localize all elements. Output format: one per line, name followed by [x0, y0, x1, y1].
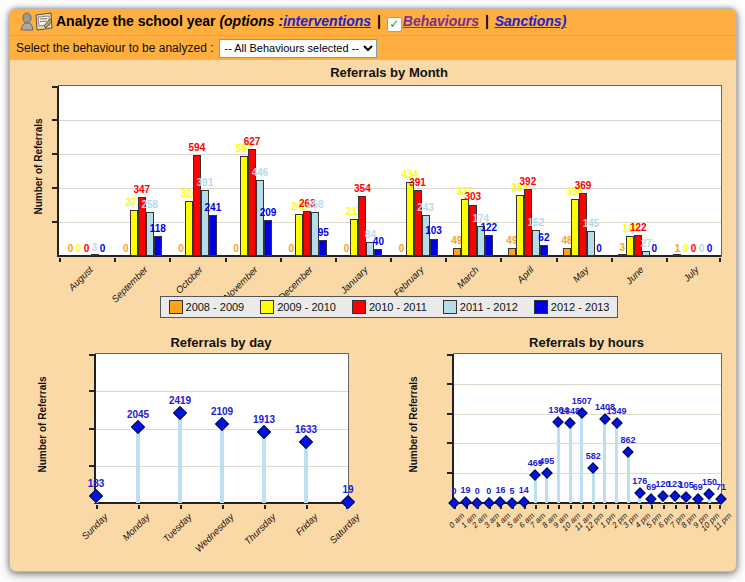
legend-label: 2008 - 2009	[186, 301, 245, 313]
data-point	[483, 497, 494, 508]
x-tick	[180, 505, 182, 509]
lollipop-stem	[136, 427, 140, 503]
x-tick	[390, 258, 392, 262]
point-value-label: 19	[328, 484, 368, 495]
bar-value-label: 303	[458, 191, 488, 202]
gridline	[454, 443, 721, 444]
gridline	[59, 188, 721, 189]
data-point	[518, 496, 529, 507]
point-value-label: 1349	[597, 406, 637, 416]
lollipop-stem	[178, 413, 182, 503]
data-point	[460, 496, 471, 507]
legend-label: 2011 - 2012	[460, 301, 518, 313]
legend-item: 2008 - 2009	[169, 300, 245, 314]
y-tick	[447, 413, 452, 415]
link-behaviours[interactable]: Behaviours	[403, 13, 479, 29]
bar-value-label: 152	[521, 217, 551, 228]
gridline	[454, 473, 721, 474]
title-text: Analyze the school year	[56, 13, 219, 29]
behaviour-select[interactable]: -- All Behaviours selected --	[219, 39, 377, 58]
x-tick	[686, 505, 688, 509]
legend: 2008 - 20092009 - 20102010 - 20112011 - …	[160, 296, 619, 318]
month-chart-title: Referrals by Month	[58, 65, 720, 80]
y-tick	[447, 383, 452, 385]
legend-swatch	[169, 300, 183, 314]
data-point	[611, 417, 622, 428]
data-point	[173, 406, 187, 420]
x-tick	[570, 505, 572, 509]
bar	[91, 254, 99, 256]
bar	[248, 149, 256, 256]
bar	[374, 249, 382, 256]
data-point	[448, 497, 459, 508]
y-tick	[447, 442, 452, 444]
point-value-label: 1913	[244, 414, 284, 425]
day-chart-ylabel: Number of Referrals	[37, 350, 48, 500]
data-point	[622, 446, 633, 457]
y-tick	[89, 428, 94, 430]
x-tick	[445, 258, 447, 262]
bar-value-label: 392	[513, 176, 543, 187]
data-point	[131, 420, 145, 434]
point-value-label: 2045	[118, 409, 158, 420]
x-tick	[225, 258, 227, 262]
link-sanctions[interactable]: Sanctions)	[495, 13, 567, 29]
bar	[430, 239, 438, 257]
data-point	[530, 469, 541, 480]
bar-value-label: 354	[347, 183, 377, 194]
x-tick	[651, 505, 653, 509]
legend-swatch	[534, 300, 548, 314]
x-tick	[335, 258, 337, 262]
bar-value-label: 391	[190, 177, 220, 188]
data-point	[564, 417, 575, 428]
bar	[146, 212, 154, 256]
legend-item: 2010 - 2011	[352, 300, 427, 314]
y-tick	[52, 119, 57, 121]
lollipop-stem	[569, 423, 572, 503]
x-tick	[114, 258, 116, 262]
x-tick	[628, 505, 630, 509]
bar	[485, 235, 493, 256]
bar-value-label: 391	[403, 177, 433, 188]
separator: |	[375, 13, 383, 29]
x-tick	[280, 258, 282, 262]
bar	[453, 248, 461, 256]
hours-chart-ylabel: Number of Referrals	[408, 350, 419, 500]
bar-value-label: 209	[253, 207, 283, 218]
legend-wrap: 2008 - 20092009 - 20102010 - 20112011 - …	[58, 296, 720, 318]
bar	[618, 254, 626, 256]
bar	[295, 214, 303, 256]
bar-value-label: 0	[694, 243, 724, 254]
legend-label: 2010 - 2011	[369, 301, 427, 313]
point-value-label: 495	[527, 456, 567, 466]
data-point	[541, 468, 552, 479]
x-tick	[719, 505, 721, 509]
point-value-label: 1633	[286, 424, 326, 435]
gridline	[96, 391, 348, 392]
x-tick	[611, 258, 613, 262]
y-tick	[89, 390, 94, 392]
bar-value-label: 95	[308, 227, 338, 238]
x-tick	[535, 505, 537, 509]
bar	[563, 248, 571, 256]
y-tick	[52, 187, 57, 189]
options-prefix: (options :	[219, 13, 283, 29]
bar	[201, 190, 209, 256]
x-tick	[640, 505, 642, 509]
link-interventions[interactable]: interventions	[283, 13, 371, 29]
bar	[154, 236, 162, 256]
bar-value-label: 145	[576, 218, 606, 229]
legend-label: 2012 - 2013	[551, 301, 610, 313]
point-value-label: 862	[608, 435, 648, 445]
title-bar: Analyze the school year (options :interv…	[10, 9, 736, 36]
page-title: Analyze the school year (options :interv…	[56, 13, 566, 32]
y-tick	[89, 354, 94, 356]
y-tick	[52, 86, 57, 88]
x-tick	[558, 505, 560, 509]
page: Analyze the school year (options :interv…	[0, 0, 745, 582]
x-tick	[556, 258, 558, 262]
x-tick	[169, 258, 171, 262]
lollipop-stem	[603, 419, 606, 503]
bar	[414, 190, 422, 256]
y-tick	[52, 221, 57, 223]
